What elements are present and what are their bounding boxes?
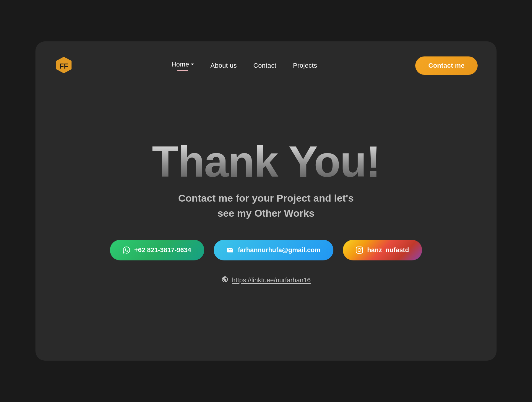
email-label: farhannurhufa@gmail.com [238,246,320,254]
nav-item-contact[interactable]: Contact [253,62,276,69]
instagram-icon [356,247,363,254]
nav-link-about[interactable]: About us [210,62,237,69]
main-card: FF Home About us Contact Projects Contac… [35,41,497,361]
globe-icon [221,276,228,285]
logo[interactable]: FF [54,56,73,76]
nav-links: Home About us Contact Projects [171,61,317,71]
email-button[interactable]: farhannurhufa@gmail.com [214,240,333,260]
nav-item-about[interactable]: About us [210,62,237,69]
nav-item-projects[interactable]: Projects [293,62,317,69]
whatsapp-icon [123,247,130,254]
instagram-label: hanz_nufastd [367,246,409,254]
chevron-down-icon [191,64,194,65]
nav-item-home[interactable]: Home [171,61,194,71]
whatsapp-button[interactable]: +62 821-3817-9634 [110,240,204,260]
subtitle-line2: see my Other Works [218,208,314,219]
nav-link-contact[interactable]: Contact [253,62,276,69]
subtitle-line1: Contact me for your Project and let's [178,192,354,204]
instagram-button[interactable]: hanz_nufastd [343,240,422,260]
contact-buttons-row: +62 821-3817-9634 farhannurhufa@gmail.co… [110,240,422,260]
whatsapp-label: +62 821-3817-9634 [134,246,191,254]
linktree-row: https://linktr.ee/nurfarhan16 [221,276,311,285]
linktree-link[interactable]: https://linktr.ee/nurfarhan16 [232,276,311,284]
contact-me-button[interactable]: Contact me [415,56,478,75]
nav-link-projects[interactable]: Projects [293,62,317,69]
hero-section: Thank You! Contact me for your Project a… [110,76,422,361]
nav-label-home: Home [171,61,189,68]
hero-title: Thank You! [152,140,380,184]
email-icon [227,247,234,254]
svg-text:FF: FF [59,62,68,70]
nav-link-home[interactable]: Home [171,61,194,68]
navbar: FF Home About us Contact Projects Contac… [35,41,497,76]
hero-subtitle: Contact me for your Project and let's se… [178,191,354,221]
